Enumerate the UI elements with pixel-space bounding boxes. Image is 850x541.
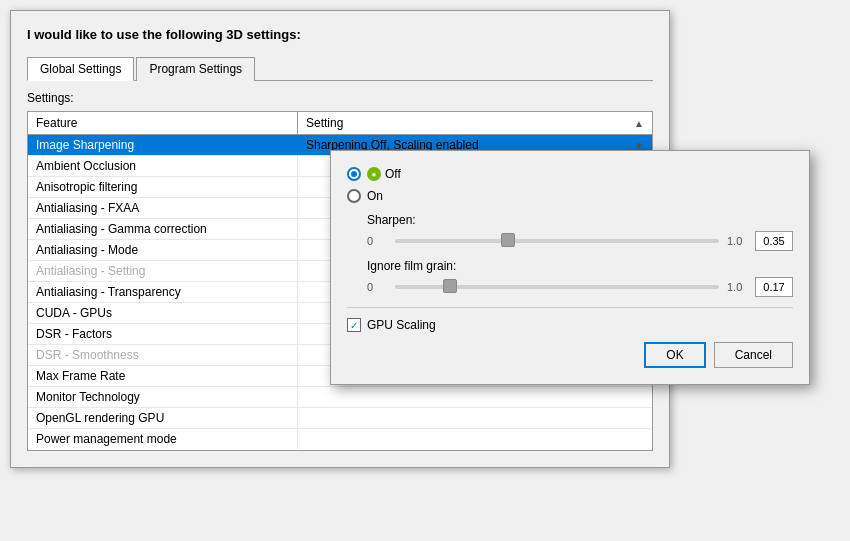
cancel-button[interactable]: Cancel	[714, 342, 793, 368]
nvidia-logo: ●	[367, 167, 381, 181]
sharpen-slider-thumb[interactable]	[501, 233, 515, 247]
row-feature: CUDA - GPUs	[28, 303, 298, 323]
dialog-buttons: OK Cancel	[347, 342, 793, 368]
ignore-grain-value-box[interactable]: 0.17	[755, 277, 793, 297]
divider	[347, 307, 793, 308]
settings-label: Settings:	[27, 91, 653, 105]
table-header: Feature Setting ▲	[28, 112, 652, 135]
sharpen-slider-row: 0 1.0 0.35	[367, 231, 793, 251]
overlay-dialog: ● Off On Sharpen: 0 1.0 0.35 Ignore film…	[330, 150, 810, 385]
row-setting	[298, 387, 652, 407]
row-setting	[298, 429, 652, 449]
radio-group: ● Off On	[347, 167, 793, 203]
tab-global-settings[interactable]: Global Settings	[27, 57, 134, 81]
ignore-grain-max: 1.0	[727, 281, 747, 293]
gpu-scaling-label: GPU Scaling	[367, 318, 436, 332]
ignore-grain-min: 0	[367, 281, 387, 293]
gpu-scaling-row[interactable]: ✓ GPU Scaling	[347, 318, 793, 332]
ignore-grain-slider-row: 0 1.0 0.17	[367, 277, 793, 297]
sort-arrow-icon: ▲	[634, 118, 644, 129]
row-feature: Anisotropic filtering	[28, 177, 298, 197]
row-feature: DSR - Factors	[28, 324, 298, 344]
gpu-scaling-checkbox[interactable]: ✓	[347, 318, 361, 332]
row-feature: Monitor Technology	[28, 387, 298, 407]
row-feature: Ambient Occlusion	[28, 156, 298, 176]
table-row[interactable]: Monitor Technology	[28, 387, 652, 408]
radio-on-item[interactable]: On	[347, 189, 793, 203]
ignore-grain-slider-section: Ignore film grain: 0 1.0 0.17	[367, 259, 793, 297]
table-row[interactable]: Power management mode	[28, 429, 652, 449]
column-feature: Feature	[28, 112, 298, 134]
ignore-grain-slider-track[interactable]	[395, 285, 719, 289]
radio-dot	[351, 171, 357, 177]
ok-button[interactable]: OK	[644, 342, 705, 368]
row-feature: DSR - Smoothness	[28, 345, 298, 365]
sharpen-slider-track[interactable]	[395, 239, 719, 243]
row-feature: Image Sharpening	[28, 135, 298, 155]
row-feature: Antialiasing - Gamma correction	[28, 219, 298, 239]
radio-on-circle	[347, 189, 361, 203]
tab-program-settings[interactable]: Program Settings	[136, 57, 255, 81]
row-feature: Antialiasing - Transparency	[28, 282, 298, 302]
table-row[interactable]: OpenGL rendering GPU	[28, 408, 652, 429]
radio-off-label: Off	[385, 167, 401, 181]
radio-on-label: On	[367, 189, 383, 203]
column-setting: Setting ▲	[298, 112, 652, 134]
ignore-grain-label: Ignore film grain:	[367, 259, 793, 273]
dialog-container: I would like to use the following 3D set…	[0, 0, 850, 541]
row-feature: Max Frame Rate	[28, 366, 298, 386]
ignore-grain-slider-thumb[interactable]	[443, 279, 457, 293]
main-dialog-title: I would like to use the following 3D set…	[27, 27, 653, 42]
tabs: Global Settings Program Settings	[27, 56, 653, 81]
row-feature: Antialiasing - Mode	[28, 240, 298, 260]
row-feature: Antialiasing - Setting	[28, 261, 298, 281]
row-feature: Antialiasing - FXAA	[28, 198, 298, 218]
row-feature: Power management mode	[28, 429, 298, 449]
sharpen-label: Sharpen:	[367, 213, 793, 227]
radio-off-item[interactable]: ● Off	[347, 167, 793, 181]
row-setting	[298, 408, 652, 428]
sharpen-slider-section: Sharpen: 0 1.0 0.35	[367, 213, 793, 251]
dropdown-arrow-icon: ▼	[634, 140, 644, 151]
row-feature: OpenGL rendering GPU	[28, 408, 298, 428]
sharpen-value-box[interactable]: 0.35	[755, 231, 793, 251]
sharpen-min: 0	[367, 235, 387, 247]
sharpen-max: 1.0	[727, 235, 747, 247]
radio-off-circle	[347, 167, 361, 181]
